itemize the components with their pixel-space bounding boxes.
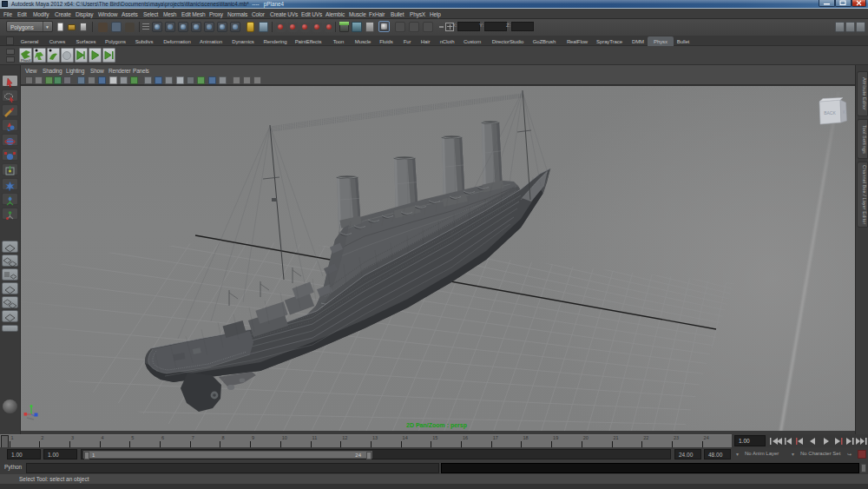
svg-text:K: K — [843, 110, 845, 115]
svg-text:PhysX: PhysX — [21, 58, 31, 63]
svg-text:2D Pan/Zoom : persp: 2D Pan/Zoom : persp — [406, 422, 467, 429]
svg-text:BACK: BACK — [824, 110, 836, 116]
